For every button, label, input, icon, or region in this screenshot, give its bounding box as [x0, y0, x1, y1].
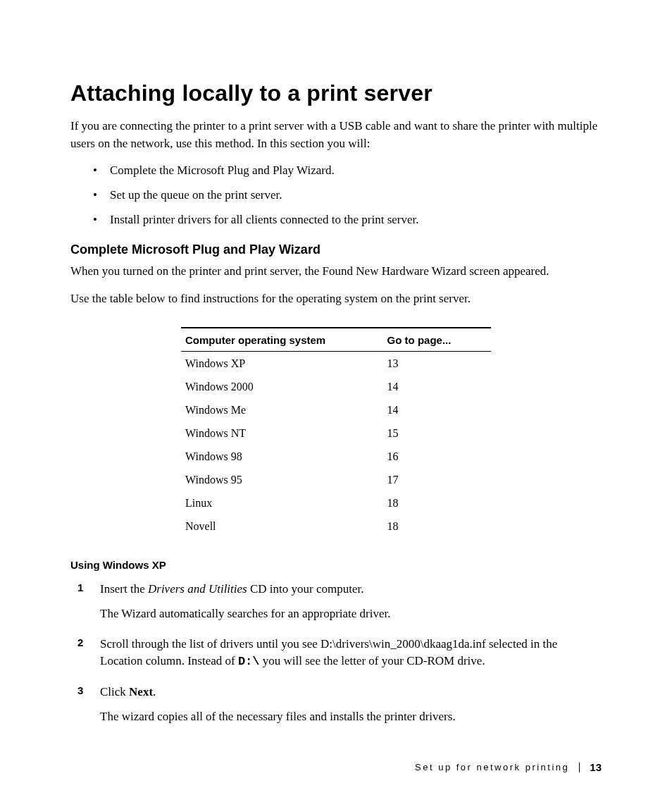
page: Attaching locally to a print server If y… — [0, 0, 672, 807]
table-header-row: Computer operating system Go to page... — [181, 328, 491, 352]
step-item: 3 Click Next. The wizard copies all of t… — [100, 684, 602, 725]
step-item: 1 Insert the Drivers and Utilities CD in… — [100, 581, 602, 622]
list-item: Set up the queue on the print server. — [110, 187, 602, 204]
cell-os: Linux — [181, 491, 383, 515]
step-number: 1 — [77, 581, 83, 593]
step-followup: The wizard copies all of the necessary f… — [100, 708, 602, 726]
footer-divider-icon — [579, 763, 580, 772]
cell-page: 17 — [383, 468, 491, 491]
table-header-os: Computer operating system — [181, 328, 383, 351]
table-header-page: Go to page... — [383, 328, 491, 351]
page-footer: Set up for network printing 13 — [415, 761, 602, 773]
section-paragraph: When you turned on the printer and print… — [70, 263, 602, 281]
intro-bullets: Complete the Microsoft Plug and Play Wiz… — [70, 162, 602, 228]
step-number: 2 — [77, 636, 83, 648]
list-item: Install printer drivers for all clients … — [110, 211, 602, 229]
cell-page: 16 — [383, 445, 491, 468]
section-heading: Complete Microsoft Plug and Play Wizard — [70, 242, 602, 257]
cell-os: Windows 98 — [181, 445, 383, 468]
page-title: Attaching locally to a print server — [70, 80, 602, 106]
cell-os: Windows Me — [181, 398, 383, 421]
intro-paragraph: If you are connecting the printer to a p… — [70, 118, 602, 152]
subsection-heading: Using Windows XP — [70, 559, 602, 571]
cell-os: Windows 95 — [181, 468, 383, 491]
cell-page: 15 — [383, 421, 491, 445]
cell-page: 18 — [383, 491, 491, 515]
table-row: Linux 18 — [181, 491, 491, 515]
step-item: 2 Scroll through the list of drivers unt… — [100, 636, 602, 671]
step-text: Insert the Drivers and Utilities CD into… — [100, 581, 602, 598]
steps-list: 1 Insert the Drivers and Utilities CD in… — [70, 581, 602, 725]
cell-page: 14 — [383, 398, 491, 421]
list-item: Complete the Microsoft Plug and Play Wiz… — [110, 162, 602, 180]
cell-os: Windows 2000 — [181, 375, 383, 398]
section-paragraph: Use the table below to find instructions… — [70, 290, 602, 308]
os-table: Computer operating system Go to page... … — [181, 327, 491, 538]
step-text: Click Next. — [100, 684, 602, 701]
cell-os: Windows NT — [181, 421, 383, 445]
table-row: Windows XP 13 — [181, 352, 491, 375]
cell-page: 13 — [383, 352, 491, 375]
cell-page: 14 — [383, 375, 491, 398]
step-text: Scroll through the list of drivers until… — [100, 636, 602, 671]
cell-os: Windows XP — [181, 352, 383, 375]
table-row: Windows 2000 14 — [181, 375, 491, 398]
table-row: Windows 98 16 — [181, 445, 491, 468]
footer-page-number: 13 — [590, 761, 602, 773]
cell-page: 18 — [383, 515, 491, 538]
table-row: Windows Me 14 — [181, 398, 491, 421]
step-number: 3 — [77, 684, 83, 696]
table-row: Novell 18 — [181, 515, 491, 538]
cell-os: Novell — [181, 515, 383, 538]
footer-section-title: Set up for network printing — [415, 762, 569, 772]
step-followup: The Wizard automatically searches for an… — [100, 605, 602, 623]
table-row: Windows NT 15 — [181, 421, 491, 445]
table-row: Windows 95 17 — [181, 468, 491, 491]
